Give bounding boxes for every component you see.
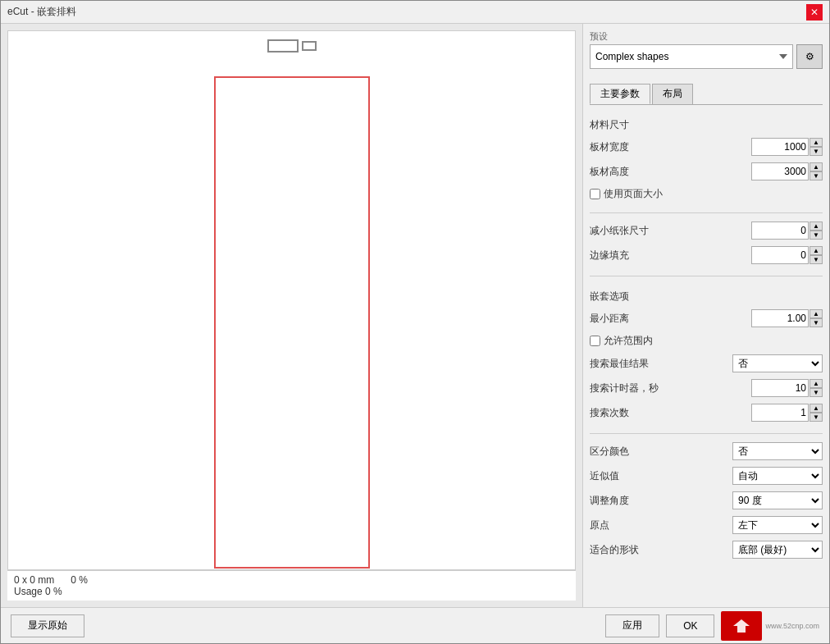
fit-shape-select[interactable]: 底部 (最好) 顶部 左侧 右侧 [732, 541, 823, 559]
divider2 [590, 276, 823, 276]
board-width-up[interactable]: ▲ [809, 138, 823, 147]
gear-icon: ⚙ [805, 51, 814, 62]
search-count-label: 搜索次数 [590, 406, 655, 420]
show-origin-button[interactable]: 显示原始 [11, 614, 84, 637]
reduce-paper-down[interactable]: ▼ [809, 231, 823, 240]
tab-layout[interactable]: 布局 [652, 84, 693, 104]
logo-svg [729, 616, 754, 636]
min-distance-spinner: ▲ ▼ [809, 309, 823, 327]
material-size-title: 材料尺寸 [590, 118, 823, 132]
adjust-angle-label: 调整角度 [590, 494, 655, 508]
min-distance-row: 最小距离 ▲ ▼ [590, 309, 823, 327]
bottom-bar: 显示原始 应用 OK www.52cnp.com [1, 607, 829, 643]
bottom-right: 应用 OK www.52cnp.com [605, 611, 819, 641]
gear-button[interactable]: ⚙ [796, 44, 823, 69]
reduce-paper-input-wrap: ▲ ▼ [751, 222, 823, 240]
use-page-size-row: 使用页面大小 [590, 187, 823, 201]
divider1 [590, 212, 823, 213]
search-count-row: 搜索次数 ▲ ▼ [590, 404, 823, 422]
approx-label: 近似值 [590, 469, 655, 483]
shape-icon-small [267, 39, 299, 53]
shape-icon-small2 [302, 41, 317, 51]
border-fill-down[interactable]: ▼ [809, 255, 823, 264]
reduce-paper-up[interactable]: ▲ [809, 222, 823, 231]
close-button[interactable]: ✕ [806, 4, 823, 21]
nesting-options-title: 嵌套选项 [590, 290, 823, 304]
search-count-input[interactable] [751, 404, 809, 422]
adjust-angle-select[interactable]: 90 度 45 度 30 度 [732, 491, 823, 509]
search-count-spinner: ▲ ▼ [809, 404, 823, 422]
sheet-outline [214, 76, 370, 569]
min-distance-up[interactable]: ▲ [809, 309, 823, 318]
board-width-spinner: ▲ ▼ [809, 138, 823, 156]
canvas-area [7, 30, 576, 570]
logo-image [721, 611, 762, 641]
border-fill-input-wrap: ▲ ▼ [751, 246, 823, 264]
board-height-label: 板材高度 [590, 165, 655, 179]
canvas-percent: 0 % [71, 574, 88, 586]
board-width-input[interactable] [751, 138, 809, 156]
search-best-label: 搜索最佳结果 [590, 357, 655, 371]
tab-main-params[interactable]: 主要参数 [590, 84, 650, 104]
origin-label: 原点 [590, 518, 655, 532]
board-width-row: 板材宽度 ▲ ▼ [590, 138, 823, 156]
preset-label: 预设 [590, 30, 823, 43]
board-height-down[interactable]: ▼ [809, 171, 823, 180]
apply-button[interactable]: 应用 [605, 614, 659, 637]
min-distance-label: 最小距离 [590, 312, 655, 326]
adjust-angle-row: 调整角度 90 度 45 度 30 度 [590, 491, 823, 509]
allow-range-checkbox[interactable] [590, 336, 600, 346]
use-page-size-checkbox[interactable] [590, 189, 600, 199]
allow-range-label: 允许范围内 [604, 334, 653, 348]
bottom-left: 显示原始 [11, 614, 84, 637]
border-fill-up[interactable]: ▲ [809, 246, 823, 255]
board-width-down[interactable]: ▼ [809, 147, 823, 156]
canvas-info: 0 x 0 mm 0 % Usage 0 % [7, 570, 576, 601]
border-fill-input[interactable] [751, 246, 809, 264]
board-height-up[interactable]: ▲ [809, 162, 823, 171]
approx-select[interactable]: 自动 手动 [732, 467, 823, 485]
ok-button[interactable]: OK [666, 614, 714, 637]
border-fill-row: 边缘填充 ▲ ▼ [590, 246, 823, 264]
canvas-panel: 0 x 0 mm 0 % Usage 0 % [1, 24, 583, 607]
search-best-row: 搜索最佳结果 否 是 [590, 354, 823, 372]
use-page-size-label: 使用页面大小 [604, 187, 663, 201]
main-content: 0 x 0 mm 0 % Usage 0 % 预设 Complex shapes… [1, 24, 829, 607]
search-timer-label: 搜索计时器，秒 [590, 381, 659, 395]
border-fill-label: 边缘填充 [590, 249, 655, 263]
main-window: eCut - 嵌套排料 ✕ 0 x 0 mm 0 % [0, 0, 830, 644]
tabs: 主要参数 布局 [590, 84, 823, 105]
border-fill-spinner: ▲ ▼ [809, 246, 823, 264]
search-timer-down[interactable]: ▼ [809, 388, 823, 397]
min-distance-down[interactable]: ▼ [809, 318, 823, 327]
board-height-input-wrap: ▲ ▼ [751, 162, 823, 180]
fit-shape-label: 适合的形状 [590, 543, 655, 557]
origin-select[interactable]: 左下 左上 右下 右上 [732, 516, 823, 534]
right-panel: 预设 Complex shapes ⚙ 主要参数 布局 材料尺寸 [583, 24, 829, 607]
search-best-select[interactable]: 否 是 [732, 354, 823, 372]
search-count-input-wrap: ▲ ▼ [751, 404, 823, 422]
window-title: eCut - 嵌套排料 [7, 5, 76, 19]
divider3 [590, 433, 823, 434]
search-timer-spinner: ▲ ▼ [809, 379, 823, 397]
search-count-up[interactable]: ▲ [809, 404, 823, 413]
fit-shape-row: 适合的形状 底部 (最好) 顶部 左侧 右侧 [590, 541, 823, 559]
preset-row: Complex shapes ⚙ [590, 44, 823, 69]
search-timer-input[interactable] [751, 379, 809, 397]
min-distance-input[interactable] [751, 309, 809, 327]
preset-select[interactable]: Complex shapes [590, 44, 793, 69]
reduce-paper-input[interactable] [751, 222, 809, 240]
board-height-input[interactable] [751, 162, 809, 180]
canvas-dimensions: 0 x 0 mm [14, 574, 54, 586]
search-timer-input-wrap: ▲ ▼ [751, 379, 823, 397]
approx-row: 近似值 自动 手动 [590, 467, 823, 485]
search-timer-up[interactable]: ▲ [809, 379, 823, 388]
origin-row: 原点 左下 左上 右下 右上 [590, 516, 823, 534]
search-timer-row: 搜索计时器，秒 ▲ ▼ [590, 379, 823, 397]
board-width-input-wrap: ▲ ▼ [751, 138, 823, 156]
canvas-usage: Usage 0 % [14, 586, 569, 597]
diff-color-select[interactable]: 否 是 [732, 442, 823, 460]
title-bar: eCut - 嵌套排料 ✕ [1, 1, 829, 24]
search-count-down[interactable]: ▼ [809, 413, 823, 422]
min-distance-input-wrap: ▲ ▼ [751, 309, 823, 327]
